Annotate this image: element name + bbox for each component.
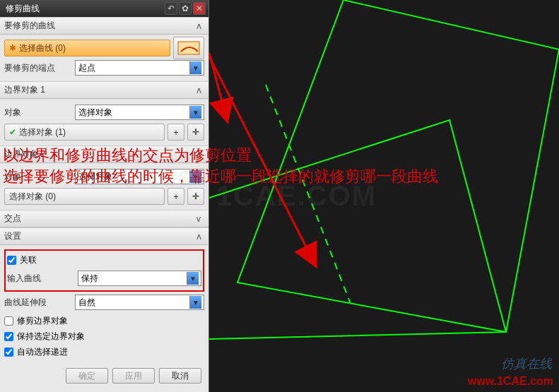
select-object-button[interactable]: 选择对象 (0) [4,188,165,205]
section-intersect: 交点 v [0,210,208,227]
apply-button[interactable]: 应用 [112,368,155,384]
geometry [209,0,559,392]
undo-icon[interactable]: ↶ [165,2,177,15]
ok-button[interactable]: 确定 [66,368,108,384]
input-curve-dropdown[interactable]: 保持 [78,271,201,286]
section-head[interactable]: 交点 v [0,210,208,227]
url-text: www.1CAE.com [468,375,553,388]
trim-boundary-checkbox[interactable]: 修剪边界对象 [4,313,204,328]
chevron-up-icon: ʌ [193,20,204,32]
close-icon[interactable]: ✕ [193,2,206,15]
check-icon: ✔ [9,127,16,137]
endpoint-label: 要修剪的端点 [4,62,75,74]
chevron-down-icon: v [193,213,204,225]
chevron-up-icon: ʌ [193,85,204,96]
annotation-line1: 以边界和修剪曲线的交点为修剪位置 [3,145,252,166]
dialog-footer: 确定 应用 取消 [0,368,208,388]
object-label: 对象 [4,107,75,119]
curve-picker-icon[interactable] [173,37,204,59]
auto-select-checkbox[interactable]: 自动选择递进 [4,344,204,360]
section-boundary1: 边界对象 1 ʌ 对象 选择对象 ✔ 选择对象 (1) ＋ ✛ [0,81,208,145]
select-object-button[interactable]: ✔ 选择对象 (1) [4,124,165,141]
select-curve-button[interactable]: ✱ 选择曲线 (0) [4,40,170,57]
highlight-box: 关联 输入曲线 保持 [4,249,204,292]
annotation-line2: 选择要修剪的曲线的时候，靠近哪一段选择的就修剪哪一段曲线 [3,166,438,187]
section-head[interactable]: 设置 ʌ [0,228,208,245]
star-icon: ✱ [9,43,16,53]
extension-dropdown[interactable]: 自然 [75,295,204,310]
object-dropdown[interactable]: 选择对象 [75,105,204,120]
chevron-up-icon: ʌ [193,231,204,242]
section-head[interactable]: 边界对象 1 ʌ [0,82,208,99]
add-icon[interactable]: ＋ [167,124,184,141]
add-icon[interactable]: ＋ [167,188,184,205]
viewport[interactable]: 1CAE.COM 仿真在线 www.1CAE.com [209,0,559,392]
extension-label: 曲线延伸段 [4,297,75,309]
input-curve-label: 输入曲线 [7,273,78,285]
assoc-checkbox[interactable]: 关联 [7,252,201,268]
logo-text: 仿真在线 [501,355,552,372]
target-icon[interactable]: ✛ [187,124,204,141]
dialog-panel: 修剪曲线 ↶ ✿ ✕ 要修剪的曲线 ʌ ✱ 选择曲线 (0) 要修剪的端点 起点 [0,0,209,392]
section-settings: 设置 ʌ 关联 输入曲线 保持 曲线延伸段 自然 修剪边界对象 保持选定边 [0,227,208,362]
section-head[interactable]: 要修剪的曲线 ʌ [0,18,208,35]
titlebar: 修剪曲线 ↶ ✿ ✕ [0,0,208,17]
cancel-button[interactable]: 取消 [159,368,201,384]
keep-boundary-checkbox[interactable]: 保持选定边界对象 [4,328,204,344]
target-icon[interactable]: ✛ [187,188,204,205]
gear-icon[interactable]: ✿ [179,2,192,15]
section-trim-curve: 要修剪的曲线 ʌ ✱ 选择曲线 (0) 要修剪的端点 起点 [0,17,208,81]
endpoint-dropdown[interactable]: 起点 [75,60,204,76]
dialog-title: 修剪曲线 [3,3,163,15]
